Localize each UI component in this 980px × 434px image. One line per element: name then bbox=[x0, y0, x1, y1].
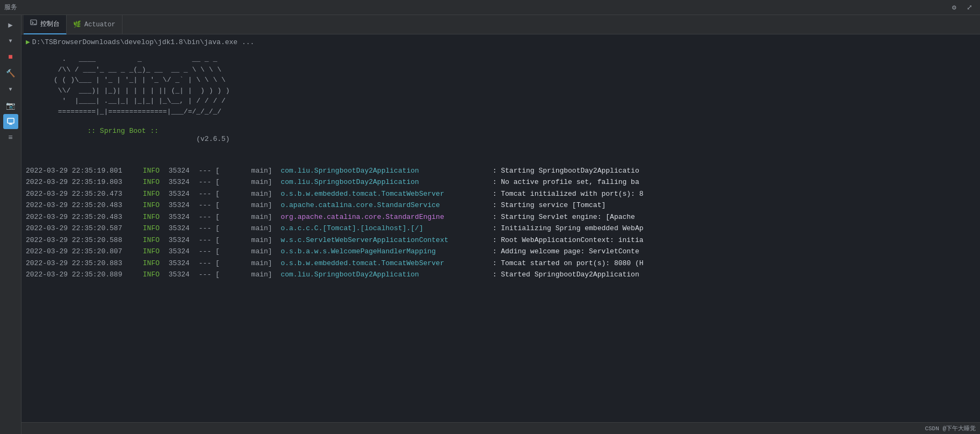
log-level: INFO bbox=[139, 234, 164, 246]
log-class: com.liu.SpringbootDay2Application bbox=[272, 176, 482, 188]
expand-icon[interactable]: ⤢ bbox=[963, 2, 976, 13]
log-message: : No active profile set, falling ba bbox=[493, 176, 976, 188]
log-timestamp: 2022-03-29 22:35:19.803 bbox=[26, 176, 139, 188]
log-pid: 35324 bbox=[164, 223, 194, 234]
log-message: : Starting Servlet engine: [Apache bbox=[493, 211, 976, 223]
log-bracket-open: [ bbox=[211, 223, 220, 234]
log-bracket-close: ] bbox=[268, 258, 272, 269]
log-bracket-close: ] bbox=[268, 188, 272, 200]
tab-actuator[interactable]: 🌿 Actuator bbox=[67, 15, 122, 34]
log-bracket-open: [ bbox=[211, 165, 220, 176]
log-bracket-close: ] bbox=[268, 176, 272, 188]
content-area: 控制台 🌿 Actuator ▶ D:\TSBrowserDownloads\d… bbox=[21, 15, 980, 434]
cmd-arrow: ▶ bbox=[26, 38, 30, 46]
log-bracket-open: [ bbox=[211, 269, 220, 280]
chevron-down-icon[interactable]: ▼ bbox=[2, 33, 19, 48]
log-timestamp: 2022-03-29 22:35:20.588 bbox=[26, 234, 139, 246]
log-bracket-close: ] bbox=[268, 165, 272, 176]
log-bracket-close: ] bbox=[268, 246, 272, 257]
log-pid: 35324 bbox=[164, 200, 194, 211]
log-level: INFO bbox=[139, 258, 164, 269]
log-class: o.a.c.c.C.[Tomcat].[localhost].[/] bbox=[272, 223, 482, 234]
build-icon[interactable]: 🔨 bbox=[2, 66, 19, 81]
log-level: INFO bbox=[139, 223, 164, 234]
log-pid: 35324 bbox=[164, 165, 194, 176]
log-message: : Root WebApplicationContext: initia bbox=[493, 234, 976, 246]
log-colon bbox=[482, 234, 493, 246]
log-pid: 35324 bbox=[164, 211, 194, 223]
log-class: w.s.c.ServletWebServerApplicationContext bbox=[272, 234, 482, 246]
ascii-art: . ____ _ __ _ _ /\\ / ___'_ __ _ _(_)_ _… bbox=[21, 47, 980, 119]
log-colon bbox=[482, 211, 493, 223]
log-sep: --- bbox=[194, 165, 211, 176]
log-timestamp: 2022-03-29 22:35:20.807 bbox=[26, 246, 139, 257]
log-class: o.s.b.w.embedded.tomcat.TomcatWebServer bbox=[272, 258, 482, 269]
log-timestamp: 2022-03-29 22:35:20.473 bbox=[26, 188, 139, 200]
settings-icon[interactable]: ⚙ bbox=[948, 2, 961, 13]
log-pid: 35324 bbox=[164, 234, 194, 246]
stop-icon[interactable]: ■ bbox=[2, 49, 19, 65]
log-thread: main bbox=[220, 269, 268, 280]
log-sep: --- bbox=[194, 269, 211, 280]
log-level: INFO bbox=[139, 176, 164, 188]
log-thread: main bbox=[220, 258, 268, 269]
menu-icon[interactable]: ≡ bbox=[2, 130, 19, 145]
tab-bar: 控制台 🌿 Actuator bbox=[21, 15, 980, 34]
spring-label: :: Spring Boot :: bbox=[87, 127, 158, 135]
log-line: 2022-03-29 22:35:20.587 INFO 35324 --- [… bbox=[26, 223, 976, 234]
log-thread: main bbox=[220, 176, 268, 188]
log-line: 2022-03-29 22:35:19.803 INFO 35324 --- [… bbox=[26, 176, 976, 188]
log-bracket-open: [ bbox=[211, 258, 220, 269]
tab-actuator-label: Actuator bbox=[84, 21, 116, 29]
log-timestamp: 2022-03-29 22:35:20.889 bbox=[26, 269, 139, 280]
log-colon bbox=[482, 176, 493, 188]
log-sep: --- bbox=[194, 223, 211, 234]
log-bracket-close: ] bbox=[268, 234, 272, 246]
top-right-icons: ⚙ ⤢ bbox=[948, 2, 976, 13]
sidebar: ▶ ▼ ■ 🔨 ▼ 📷 ≡ bbox=[0, 15, 21, 434]
log-colon bbox=[482, 188, 493, 200]
log-section: 2022-03-29 22:35:19.801 INFO 35324 --- [… bbox=[21, 163, 980, 282]
title-bar: 服务 ⚙ ⤢ bbox=[0, 0, 980, 15]
log-colon bbox=[482, 258, 493, 269]
console-area[interactable]: ▶ D:\TSBrowserDownloads\develop\jdk1.8\b… bbox=[21, 34, 980, 422]
log-thread: main bbox=[220, 188, 268, 200]
log-line: 2022-03-29 22:35:20.889 INFO 35324 --- [… bbox=[26, 269, 976, 280]
log-sep: --- bbox=[194, 200, 211, 211]
status-bar: CSDN @下午大睡觉 bbox=[21, 422, 980, 434]
log-message: : Tomcat started on port(s): 8080 (H bbox=[493, 258, 976, 269]
log-class: o.s.b.w.embedded.tomcat.TomcatWebServer bbox=[272, 188, 482, 200]
camera-icon[interactable]: 📷 bbox=[2, 98, 19, 113]
log-level: INFO bbox=[139, 165, 164, 176]
log-bracket-open: [ bbox=[211, 234, 220, 246]
log-sep: --- bbox=[194, 234, 211, 246]
log-bracket-close: ] bbox=[268, 269, 272, 280]
log-sep: --- bbox=[194, 246, 211, 257]
log-line: 2022-03-29 22:35:20.588 INFO 35324 --- [… bbox=[26, 234, 976, 246]
log-bracket-open: [ bbox=[211, 188, 220, 200]
log-colon bbox=[482, 269, 493, 280]
log-level: INFO bbox=[139, 269, 164, 280]
log-class: org.apache.catalina.core.StandardEngine bbox=[272, 211, 482, 223]
log-message: : Started SpringbootDay2Application bbox=[493, 269, 976, 280]
title-text: 服务 bbox=[4, 3, 17, 12]
log-message: : Starting SpringbootDay2Applicatio bbox=[493, 165, 976, 176]
log-line: 2022-03-29 22:35:20.883 INFO 35324 --- [… bbox=[26, 258, 976, 269]
run-icon[interactable]: ▶ bbox=[2, 17, 19, 32]
log-bracket-close: ] bbox=[268, 200, 272, 211]
log-bracket-open: [ bbox=[211, 176, 220, 188]
log-bracket-open: [ bbox=[211, 246, 220, 257]
log-level: INFO bbox=[139, 188, 164, 200]
log-line: 2022-03-29 22:35:20.807 INFO 35324 --- [… bbox=[26, 246, 976, 257]
chevron-down2-icon[interactable]: ▼ bbox=[2, 82, 19, 97]
active-icon[interactable] bbox=[3, 114, 18, 129]
log-message: : Adding welcome page: ServletConte bbox=[493, 246, 976, 257]
log-level: INFO bbox=[139, 211, 164, 223]
tab-console[interactable]: 控制台 bbox=[24, 15, 67, 34]
log-bracket-close: ] bbox=[268, 223, 272, 234]
log-line: 2022-03-29 22:35:19.801 INFO 35324 --- [… bbox=[26, 165, 976, 176]
log-message: : Tomcat initialized with port(s): 8 bbox=[493, 188, 976, 200]
actuator-tab-icon: 🌿 bbox=[73, 20, 81, 29]
log-sep: --- bbox=[194, 176, 211, 188]
status-right: CSDN @下午大睡觉 bbox=[925, 424, 976, 432]
